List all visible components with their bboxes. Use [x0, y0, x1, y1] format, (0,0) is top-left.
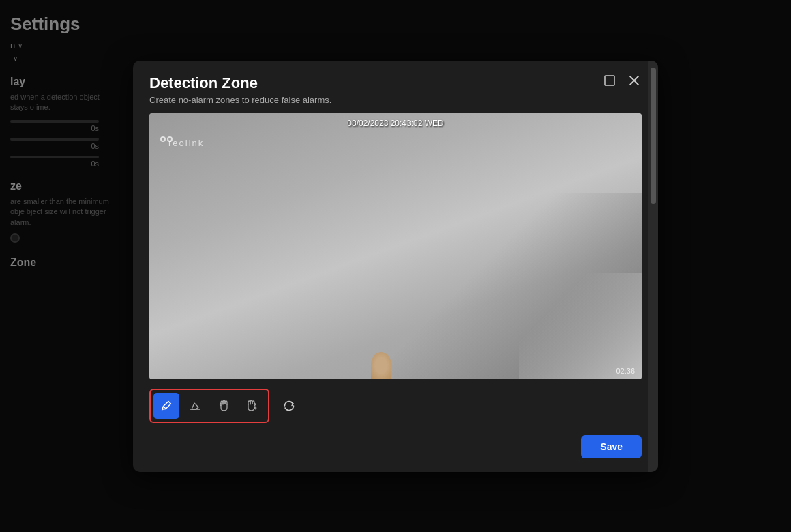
modal-controls [602, 73, 642, 88]
camera-background [149, 113, 642, 379]
camera-timestamp: 08/02/2023 20:43:02 WED [347, 119, 443, 128]
draw-tool-button[interactable] [153, 393, 179, 419]
modal-footer: Save [133, 430, 658, 472]
close-button[interactable] [627, 73, 642, 88]
modal-overlay: Detection Zone Create no-alarm zones to … [0, 0, 791, 532]
modal-subtitle: Create no-alarm zones to reduce false al… [149, 95, 642, 105]
eraser-tool-button[interactable] [182, 393, 208, 419]
scrollbar[interactable] [648, 61, 658, 472]
toolbar [133, 379, 658, 430]
camera-feed: 08/02/2023 20:43:02 WED reolink 02:36 [149, 113, 642, 379]
modal-title: Detection Zone [149, 74, 642, 92]
maximize-button[interactable] [602, 73, 617, 88]
draw-icon [160, 400, 173, 412]
camera-logo: reolink [160, 134, 174, 144]
reset-button[interactable] [278, 394, 301, 417]
eraser-icon [189, 400, 201, 412]
modal-header: Detection Zone Create no-alarm zones to … [133, 61, 658, 113]
select-all-button[interactable] [211, 393, 237, 419]
svg-rect-0 [605, 76, 614, 85]
save-button[interactable]: Save [581, 435, 642, 458]
toolbar-group [149, 389, 269, 423]
pointer-icon [245, 398, 260, 413]
camera-figure [371, 352, 391, 379]
reset-icon [282, 399, 296, 413]
camera-counter: 02:36 [616, 367, 635, 375]
hand-icon [216, 398, 231, 413]
pointer-tool-button[interactable] [239, 393, 265, 419]
detection-zone-modal: Detection Zone Create no-alarm zones to … [133, 61, 658, 472]
